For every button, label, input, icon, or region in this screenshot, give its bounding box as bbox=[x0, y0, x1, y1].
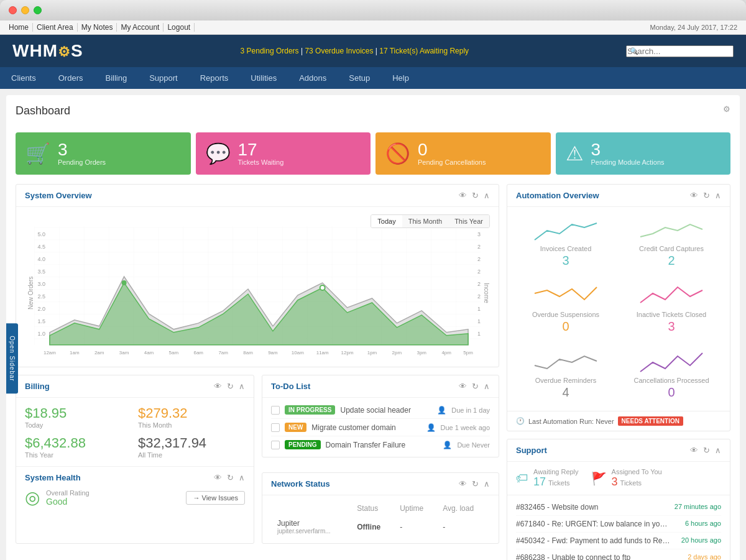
billing-this-year: $6,432.88 This Year bbox=[25, 435, 132, 459]
todo-checkbox-0[interactable] bbox=[271, 406, 280, 415]
dashboard-gear-icon[interactable]: ⚙ bbox=[723, 104, 730, 114]
ticket-subject-3[interactable]: #686238 - Unable to connect to ftp bbox=[516, 553, 630, 560]
todo-label-2: Domain Transfer Failure bbox=[326, 441, 438, 449]
nav-home[interactable]: Home bbox=[9, 23, 33, 32]
network-col-uptime: Uptime bbox=[395, 502, 436, 515]
alert-pending-orders[interactable]: 3 Pending Orders bbox=[241, 47, 299, 55]
ticket-subject-2[interactable]: #450342 - Fwd: Payment to add funds to R… bbox=[516, 536, 671, 545]
sparkline-tickets-closed bbox=[627, 284, 716, 309]
period-year[interactable]: This Year bbox=[448, 215, 489, 227]
alert-overdue-invoices[interactable]: 73 Overdue Invoices bbox=[305, 47, 373, 55]
nav-my-notes[interactable]: My Notes bbox=[78, 23, 117, 32]
billing-all-time: $32,317.94 All Time bbox=[138, 435, 245, 459]
todo-eye-icon[interactable]: 👁 bbox=[459, 382, 467, 391]
collapse-icon[interactable]: ∧ bbox=[484, 191, 490, 200]
nav-addons[interactable]: Addons bbox=[288, 67, 338, 89]
automation-collapse-icon[interactable]: ∧ bbox=[715, 191, 721, 200]
billing-eye-icon[interactable]: 👁 bbox=[214, 382, 222, 391]
health-collapse-icon[interactable]: ∧ bbox=[239, 473, 245, 482]
todo-checkbox-2[interactable] bbox=[271, 441, 280, 449]
ticket-subject-1[interactable]: #671840 - Re: URGENT: Low balance in you… bbox=[516, 520, 671, 528]
maximize-btn[interactable] bbox=[34, 6, 42, 14]
todo-refresh-icon[interactable]: ↻ bbox=[472, 382, 479, 391]
support-header: Support 👁 ↻ ∧ bbox=[507, 439, 730, 462]
stat-box-cancellations[interactable]: 🚫 0 Pending Cancellations bbox=[375, 132, 551, 175]
network-refresh-icon[interactable]: ↻ bbox=[472, 479, 479, 489]
nav-clients[interactable]: Clients bbox=[0, 67, 47, 89]
svg-text:5pm: 5pm bbox=[463, 350, 473, 356]
nav-support[interactable]: Support bbox=[138, 67, 189, 89]
nav-setup[interactable]: Setup bbox=[338, 67, 381, 89]
billing-today: $18.95 Today bbox=[25, 405, 132, 429]
nav-client-area[interactable]: Client Area bbox=[33, 23, 78, 32]
nav-utilities[interactable]: Utilities bbox=[239, 67, 288, 89]
svg-text:22: 22 bbox=[477, 281, 481, 287]
top-menubar: Home Client Area My Notes My Account Log… bbox=[0, 21, 746, 35]
network-collapse-icon[interactable]: ∧ bbox=[484, 479, 490, 489]
close-btn[interactable] bbox=[9, 6, 17, 14]
header: WHM⚙S 3 Pending Orders | 73 Overdue Invo… bbox=[0, 35, 746, 67]
system-overview-actions: 👁 ↻ ∧ bbox=[459, 191, 490, 200]
open-sidebar-tab[interactable]: Open Sidebar bbox=[6, 323, 18, 394]
todo-due-2: Due Never bbox=[457, 441, 490, 449]
billing-refresh-icon[interactable]: ↻ bbox=[227, 382, 234, 391]
ticket-3: #686238 - Unable to connect to ftp 2 day… bbox=[516, 549, 721, 560]
ticket-0: #832465 - Website down 27 minutes ago bbox=[516, 499, 721, 516]
minimize-btn[interactable] bbox=[21, 6, 29, 14]
todo-title: To-Do List bbox=[271, 382, 310, 391]
health-eye-icon[interactable]: 👁 bbox=[214, 473, 222, 482]
todo-badge-1: NEW bbox=[285, 423, 306, 432]
sparkline-suspensions bbox=[521, 284, 610, 309]
svg-text:4.5: 4.5 bbox=[37, 244, 45, 250]
support-refresh-icon[interactable]: ↻ bbox=[703, 446, 710, 455]
period-month[interactable]: This Month bbox=[402, 215, 448, 227]
bottom-row: Billing 👁 ↻ ∧ $18.95 bbox=[16, 375, 499, 551]
billing-collapse-icon[interactable]: ∧ bbox=[239, 382, 245, 391]
nav-my-account[interactable]: My Account bbox=[117, 23, 163, 32]
todo-due-1: Due 1 week ago bbox=[441, 424, 490, 431]
network-title: Network Status bbox=[271, 479, 330, 489]
logo-gear: ⚙ bbox=[58, 44, 71, 60]
automation-refresh-icon[interactable]: ↻ bbox=[703, 191, 710, 200]
svg-text:2.0: 2.0 bbox=[37, 306, 45, 312]
eye-icon[interactable]: 👁 bbox=[459, 191, 467, 200]
view-issues-button[interactable]: → View Issues bbox=[186, 491, 245, 505]
legend-spacer bbox=[25, 214, 381, 222]
assigned-sub: Tickets bbox=[620, 479, 642, 487]
todo-body: IN PROGRESS Update social header 👤 Due i… bbox=[262, 398, 499, 457]
auto-value-0: 3 bbox=[521, 254, 610, 268]
chart-period-buttons: Today This Month This Year bbox=[371, 214, 490, 228]
stat-box-tickets[interactable]: 💬 17 Tickets Waiting bbox=[196, 132, 371, 175]
ticket-subject-0[interactable]: #832465 - Website down bbox=[516, 503, 599, 512]
nav-reports[interactable]: Reports bbox=[189, 67, 240, 89]
billing-year-label: This Year bbox=[25, 451, 132, 459]
nav-orders[interactable]: Orders bbox=[47, 67, 94, 89]
stat-box-orders[interactable]: 🛒 3 Pending Orders bbox=[16, 132, 191, 175]
auto-label-1: Credit Card Captures bbox=[627, 245, 716, 252]
automation-eye-icon[interactable]: 👁 bbox=[690, 191, 698, 200]
period-today[interactable]: Today bbox=[371, 215, 402, 227]
nav-logout[interactable]: Logout bbox=[163, 23, 195, 32]
nav-help[interactable]: Help bbox=[381, 67, 420, 89]
svg-text:3.0: 3.0 bbox=[37, 281, 45, 287]
todo-collapse-icon[interactable]: ∧ bbox=[484, 382, 490, 391]
support-collapse-icon[interactable]: ∧ bbox=[715, 446, 721, 455]
support-eye-icon[interactable]: 👁 bbox=[690, 446, 698, 455]
clock-icon: 🕐 bbox=[516, 417, 525, 425]
health-circle-icon: ◎ bbox=[25, 487, 40, 508]
search-input[interactable] bbox=[626, 45, 734, 57]
todo-checkbox-1[interactable] bbox=[271, 423, 280, 432]
y-axis-left-label: New Orders bbox=[25, 227, 34, 359]
nav-billing[interactable]: Billing bbox=[94, 67, 138, 89]
svg-text:2pm: 2pm bbox=[392, 350, 402, 356]
refresh-icon[interactable]: ↻ bbox=[472, 191, 479, 200]
svg-text:3pm: 3pm bbox=[417, 350, 427, 356]
svg-text:4am: 4am bbox=[144, 350, 154, 356]
svg-text:1.5: 1.5 bbox=[37, 318, 45, 324]
stat-box-modules[interactable]: ⚠ 3 Pending Module Actions bbox=[556, 132, 731, 175]
health-refresh-icon[interactable]: ↻ bbox=[227, 473, 234, 482]
auto-item-3: Inactive Tickets Closed 3 bbox=[622, 279, 721, 339]
warning-icon: ⚠ bbox=[566, 142, 584, 165]
alert-tickets-awaiting[interactable]: 17 Ticket(s) Awaiting Reply bbox=[379, 47, 469, 55]
network-eye-icon[interactable]: 👁 bbox=[459, 479, 467, 489]
